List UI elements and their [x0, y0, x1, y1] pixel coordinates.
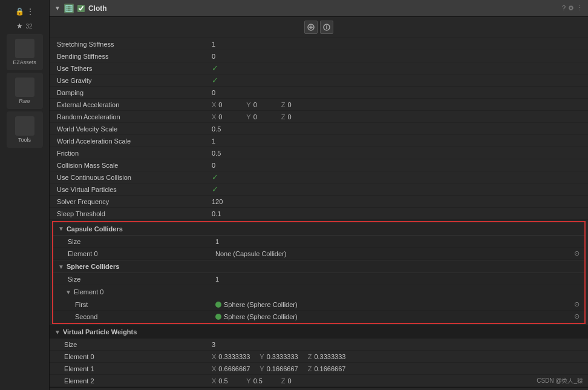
ea-y-val[interactable]: 0 — [253, 101, 272, 108]
lock-icon[interactable]: 🔒 — [15, 7, 24, 16]
label-use-gravity: Use Gravity — [54, 77, 212, 84]
star-icon[interactable]: ★ — [16, 22, 23, 30]
value-sphere-size[interactable]: 1 — [215, 276, 580, 283]
value-use-tethers[interactable]: ✓ — [212, 64, 583, 73]
prop-use-gravity: Use Gravity ✓ — [50, 74, 588, 87]
vpw1-y-val[interactable]: 0.1666667 — [267, 365, 298, 372]
sphere-arrow: ▼ — [58, 263, 64, 270]
sphere-second-expand[interactable]: ⊙ — [574, 312, 580, 320]
value-vpw-element2: X 0.5 Y 0.5 Z 0 — [212, 377, 583, 385]
header-icons: ? ⚙ ⋮ — [562, 4, 583, 12]
ea-x-val[interactable]: 0 — [218, 101, 237, 108]
label-vpw-size: Size — [54, 341, 212, 348]
value-use-continuous-collision[interactable]: ✓ — [212, 173, 583, 182]
vpw2-x-val[interactable]: 0.5 — [218, 377, 237, 385]
sidebar-item-raw[interactable]: Raw — [7, 73, 43, 109]
ea-y-label: Y — [246, 101, 250, 108]
value-world-acceleration-scale[interactable]: 1 — [212, 137, 583, 145]
vpw-header[interactable]: ▼ Virtual Particle Weights — [50, 325, 588, 339]
prop-world-velocity-scale: World Velocity Scale 0.5 — [50, 123, 588, 135]
vpw2-y-group: Y 0.5 — [246, 377, 271, 385]
value-use-gravity[interactable]: ✓ — [212, 76, 583, 85]
sidebar-label-ezassets: EZAssets — [13, 59, 36, 65]
vpw1-y-label: Y — [260, 365, 264, 372]
top-icons-row — [50, 17, 588, 38]
main-panel: ▼ Cloth ? ⚙ ⋮ — [50, 0, 588, 390]
label-vpw-element1: Element 1 — [54, 365, 212, 372]
sidebar-item-ezassets[interactable]: EZAssets — [7, 34, 43, 70]
vpw1-x-group: X 0.6666667 — [212, 365, 250, 372]
ra-y-val[interactable]: 0 — [253, 113, 272, 121]
vpw0-x-label: X — [212, 353, 216, 360]
icon-btn-1[interactable] — [304, 21, 318, 34]
sphere-second-dot — [215, 314, 221, 320]
value-sleep-threshold[interactable]: 0.1 — [212, 210, 583, 217]
sidebar-item-tools[interactable]: Tools — [7, 111, 43, 148]
value-bending-stiffness[interactable]: 0 — [212, 53, 583, 60]
label-use-continuous-collision: Use Continuous Collision — [54, 174, 212, 181]
component-title: Cloth — [88, 4, 558, 13]
cloth-icon — [64, 4, 74, 13]
label-bending-stiffness: Bending Stiffness — [54, 53, 212, 60]
value-collision-mass-scale[interactable]: 0 — [212, 162, 583, 169]
component-header: ▼ Cloth ? ⚙ ⋮ — [50, 0, 588, 17]
collapse-arrow[interactable]: ▼ — [54, 5, 60, 12]
value-sphere-second[interactable]: Sphere (Sphere Collider) — [224, 313, 298, 320]
value-world-velocity-scale[interactable]: 0.5 — [212, 125, 583, 133]
value-sphere-first[interactable]: Sphere (Sphere Collider) — [224, 301, 298, 308]
ea-x-group: X 0 — [212, 101, 237, 108]
capsule-element0-row: Element 0 None (Capsule Collider) ⊙ — [53, 248, 584, 260]
vpw-size-row: Size 3 — [50, 339, 588, 351]
vpw2-z-val[interactable]: 0 — [287, 377, 305, 385]
overflow-icon[interactable]: ⋮ — [577, 4, 583, 12]
capsule-size-row: Size 1 — [53, 236, 584, 248]
sphere-first-expand[interactable]: ⊙ — [574, 300, 580, 308]
value-use-virtual-particles[interactable]: ✓ — [212, 185, 583, 194]
colliders-red-outline: ▼ Capsule Colliders Size 1 Element 0 Non… — [52, 221, 586, 324]
value-vpw-element0: X 0.3333333 Y 0.3333333 Z 0.3333333 — [212, 353, 583, 360]
sphere-element0-label: Element 0 — [74, 288, 104, 296]
vpw-arrow: ▼ — [54, 329, 60, 335]
ra-z-group: Z 0 — [281, 113, 306, 121]
vpw2-y-val[interactable]: 0.5 — [253, 377, 272, 385]
value-damping[interactable]: 0 — [212, 89, 583, 96]
vpw1-x-val[interactable]: 0.6666667 — [218, 365, 250, 372]
value-capsule-size[interactable]: 1 — [215, 238, 580, 245]
value-solver-frequency[interactable]: 120 — [212, 198, 583, 205]
properties-container: Stretching Stiffness 1 Bending Stiffness… — [50, 38, 588, 390]
ea-z-val[interactable]: 0 — [287, 101, 305, 108]
vpw0-z-group: Z 0.3333333 — [308, 353, 346, 360]
ea-y-group: Y 0 — [246, 101, 271, 108]
capsule-expand-icon[interactable]: ⊙ — [574, 250, 580, 257]
vpw0-z-val[interactable]: 0.3333333 — [314, 353, 345, 360]
menu-icon[interactable]: ⋮ — [27, 7, 34, 16]
help-icon[interactable]: ? — [562, 4, 566, 12]
cloth-enabled-checkbox[interactable] — [77, 5, 85, 12]
vpw2-x-label: X — [212, 377, 216, 385]
ea-x-label: X — [212, 101, 216, 108]
value-friction[interactable]: 0.5 — [212, 150, 583, 157]
value-stretching-stiffness[interactable]: 1 — [212, 41, 583, 48]
label-use-virtual-particles: Use Virtual Particles — [54, 186, 212, 193]
vpw1-y-group: Y 0.1666667 — [260, 365, 298, 372]
vpw0-z-label: Z — [308, 353, 312, 360]
label-world-velocity-scale: World Velocity Scale — [54, 125, 212, 133]
vpw1-z-val[interactable]: 0.1666667 — [314, 365, 345, 372]
label-stretching-stiffness: Stretching Stiffness — [54, 41, 212, 48]
prop-stretching-stiffness: Stretching Stiffness 1 — [50, 38, 588, 50]
settings-icon[interactable]: ⚙ — [568, 4, 574, 12]
ra-z-val[interactable]: 0 — [287, 113, 305, 121]
vpw0-x-val[interactable]: 0.3333333 — [218, 353, 250, 360]
watermark: CSDN @类人_猿 — [537, 377, 583, 385]
label-collision-mass-scale: Collision Mass Scale — [54, 162, 212, 169]
value-capsule-element0[interactable]: None (Capsule Collider) — [215, 250, 574, 257]
ra-z-label: Z — [281, 113, 286, 121]
sphere-element0-header[interactable]: ▼ Element 0 — [53, 285, 584, 299]
ra-x-val[interactable]: 0 — [218, 113, 237, 121]
label-capsule-size: Size — [58, 238, 215, 245]
sphere-colliders-header[interactable]: ▼ Sphere Colliders — [53, 260, 584, 273]
icon-btn-2[interactable] — [320, 21, 333, 34]
capsule-colliders-header[interactable]: ▼ Capsule Colliders — [53, 222, 584, 236]
vpw0-y-val[interactable]: 0.3333333 — [267, 353, 298, 360]
value-vpw-size[interactable]: 3 — [212, 341, 583, 348]
